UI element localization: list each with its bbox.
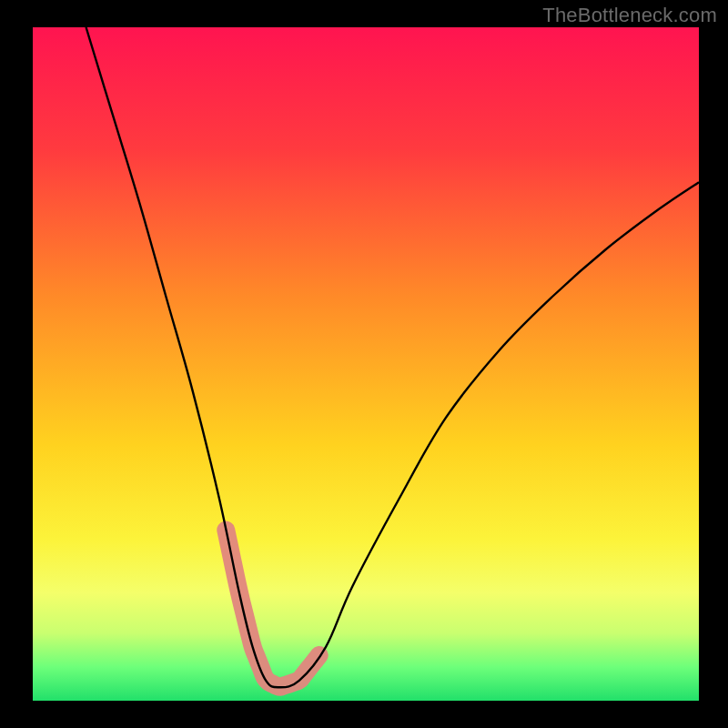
bottleneck-chart (0, 0, 728, 728)
watermark-text: TheBottleneck.com (542, 4, 717, 27)
chart-frame: TheBottleneck.com (0, 0, 728, 728)
gradient-background (33, 27, 699, 701)
